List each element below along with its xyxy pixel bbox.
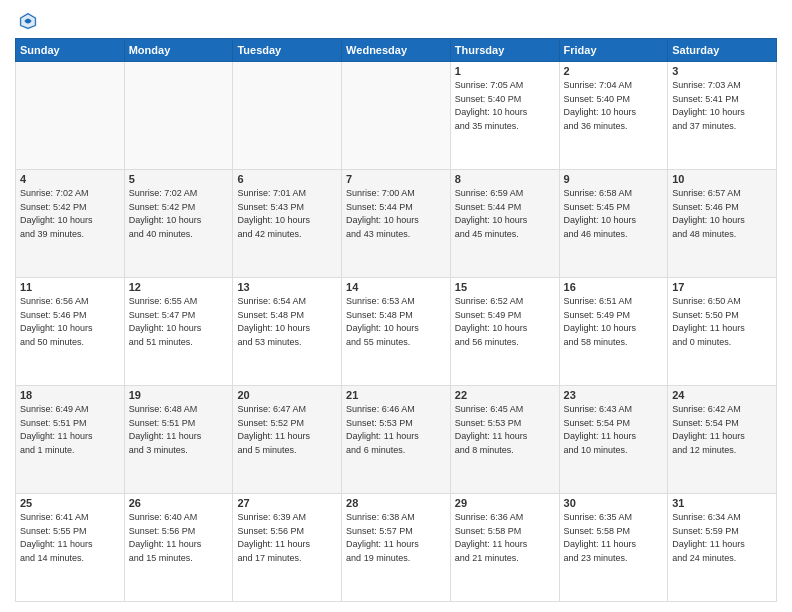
day-info: Sunrise: 6:43 AM Sunset: 5:54 PM Dayligh… (564, 403, 664, 457)
day-info: Sunrise: 6:48 AM Sunset: 5:51 PM Dayligh… (129, 403, 229, 457)
day-info: Sunrise: 6:53 AM Sunset: 5:48 PM Dayligh… (346, 295, 446, 349)
day-number: 2 (564, 65, 664, 77)
calendar-cell: 30Sunrise: 6:35 AM Sunset: 5:58 PM Dayli… (559, 494, 668, 602)
day-info: Sunrise: 7:00 AM Sunset: 5:44 PM Dayligh… (346, 187, 446, 241)
day-number: 15 (455, 281, 555, 293)
day-number: 22 (455, 389, 555, 401)
page: SundayMondayTuesdayWednesdayThursdayFrid… (0, 0, 792, 612)
day-number: 9 (564, 173, 664, 185)
calendar-cell: 25Sunrise: 6:41 AM Sunset: 5:55 PM Dayli… (16, 494, 125, 602)
day-number: 28 (346, 497, 446, 509)
day-number: 20 (237, 389, 337, 401)
calendar-cell: 24Sunrise: 6:42 AM Sunset: 5:54 PM Dayli… (668, 386, 777, 494)
day-number: 25 (20, 497, 120, 509)
day-info: Sunrise: 6:46 AM Sunset: 5:53 PM Dayligh… (346, 403, 446, 457)
day-number: 18 (20, 389, 120, 401)
calendar-cell: 23Sunrise: 6:43 AM Sunset: 5:54 PM Dayli… (559, 386, 668, 494)
day-number: 26 (129, 497, 229, 509)
day-number: 27 (237, 497, 337, 509)
calendar-cell: 6Sunrise: 7:01 AM Sunset: 5:43 PM Daylig… (233, 170, 342, 278)
day-info: Sunrise: 6:39 AM Sunset: 5:56 PM Dayligh… (237, 511, 337, 565)
logo (15, 10, 41, 32)
day-info: Sunrise: 6:57 AM Sunset: 5:46 PM Dayligh… (672, 187, 772, 241)
day-info: Sunrise: 6:38 AM Sunset: 5:57 PM Dayligh… (346, 511, 446, 565)
calendar-cell (233, 62, 342, 170)
day-info: Sunrise: 6:34 AM Sunset: 5:59 PM Dayligh… (672, 511, 772, 565)
day-info: Sunrise: 6:36 AM Sunset: 5:58 PM Dayligh… (455, 511, 555, 565)
day-info: Sunrise: 6:54 AM Sunset: 5:48 PM Dayligh… (237, 295, 337, 349)
day-info: Sunrise: 6:52 AM Sunset: 5:49 PM Dayligh… (455, 295, 555, 349)
calendar-cell (16, 62, 125, 170)
day-info: Sunrise: 6:35 AM Sunset: 5:58 PM Dayligh… (564, 511, 664, 565)
logo-icon (17, 10, 39, 32)
calendar-cell: 21Sunrise: 6:46 AM Sunset: 5:53 PM Dayli… (342, 386, 451, 494)
day-of-week-sunday: Sunday (16, 39, 125, 62)
calendar-cell: 9Sunrise: 6:58 AM Sunset: 5:45 PM Daylig… (559, 170, 668, 278)
day-info: Sunrise: 6:40 AM Sunset: 5:56 PM Dayligh… (129, 511, 229, 565)
day-info: Sunrise: 6:42 AM Sunset: 5:54 PM Dayligh… (672, 403, 772, 457)
day-info: Sunrise: 6:51 AM Sunset: 5:49 PM Dayligh… (564, 295, 664, 349)
calendar-week-2: 4Sunrise: 7:02 AM Sunset: 5:42 PM Daylig… (16, 170, 777, 278)
day-info: Sunrise: 7:02 AM Sunset: 5:42 PM Dayligh… (20, 187, 120, 241)
day-number: 4 (20, 173, 120, 185)
calendar-cell (342, 62, 451, 170)
day-number: 19 (129, 389, 229, 401)
day-info: Sunrise: 7:03 AM Sunset: 5:41 PM Dayligh… (672, 79, 772, 133)
calendar-cell: 16Sunrise: 6:51 AM Sunset: 5:49 PM Dayli… (559, 278, 668, 386)
day-number: 3 (672, 65, 772, 77)
day-info: Sunrise: 6:56 AM Sunset: 5:46 PM Dayligh… (20, 295, 120, 349)
day-number: 10 (672, 173, 772, 185)
day-info: Sunrise: 7:02 AM Sunset: 5:42 PM Dayligh… (129, 187, 229, 241)
calendar-cell: 5Sunrise: 7:02 AM Sunset: 5:42 PM Daylig… (124, 170, 233, 278)
calendar-header-row: SundayMondayTuesdayWednesdayThursdayFrid… (16, 39, 777, 62)
day-number: 16 (564, 281, 664, 293)
day-number: 12 (129, 281, 229, 293)
day-info: Sunrise: 6:49 AM Sunset: 5:51 PM Dayligh… (20, 403, 120, 457)
day-of-week-monday: Monday (124, 39, 233, 62)
day-info: Sunrise: 6:50 AM Sunset: 5:50 PM Dayligh… (672, 295, 772, 349)
day-number: 30 (564, 497, 664, 509)
calendar: SundayMondayTuesdayWednesdayThursdayFrid… (15, 38, 777, 602)
day-of-week-friday: Friday (559, 39, 668, 62)
day-info: Sunrise: 6:47 AM Sunset: 5:52 PM Dayligh… (237, 403, 337, 457)
calendar-cell: 18Sunrise: 6:49 AM Sunset: 5:51 PM Dayli… (16, 386, 125, 494)
calendar-cell: 20Sunrise: 6:47 AM Sunset: 5:52 PM Dayli… (233, 386, 342, 494)
day-number: 7 (346, 173, 446, 185)
calendar-cell: 29Sunrise: 6:36 AM Sunset: 5:58 PM Dayli… (450, 494, 559, 602)
day-number: 17 (672, 281, 772, 293)
calendar-cell: 15Sunrise: 6:52 AM Sunset: 5:49 PM Dayli… (450, 278, 559, 386)
calendar-cell: 17Sunrise: 6:50 AM Sunset: 5:50 PM Dayli… (668, 278, 777, 386)
day-info: Sunrise: 6:55 AM Sunset: 5:47 PM Dayligh… (129, 295, 229, 349)
calendar-cell: 28Sunrise: 6:38 AM Sunset: 5:57 PM Dayli… (342, 494, 451, 602)
day-number: 1 (455, 65, 555, 77)
calendar-cell: 2Sunrise: 7:04 AM Sunset: 5:40 PM Daylig… (559, 62, 668, 170)
calendar-week-1: 1Sunrise: 7:05 AM Sunset: 5:40 PM Daylig… (16, 62, 777, 170)
calendar-cell: 19Sunrise: 6:48 AM Sunset: 5:51 PM Dayli… (124, 386, 233, 494)
day-info: Sunrise: 6:58 AM Sunset: 5:45 PM Dayligh… (564, 187, 664, 241)
day-info: Sunrise: 6:45 AM Sunset: 5:53 PM Dayligh… (455, 403, 555, 457)
calendar-week-4: 18Sunrise: 6:49 AM Sunset: 5:51 PM Dayli… (16, 386, 777, 494)
calendar-week-5: 25Sunrise: 6:41 AM Sunset: 5:55 PM Dayli… (16, 494, 777, 602)
day-number: 5 (129, 173, 229, 185)
day-number: 29 (455, 497, 555, 509)
day-number: 23 (564, 389, 664, 401)
day-number: 13 (237, 281, 337, 293)
calendar-cell: 11Sunrise: 6:56 AM Sunset: 5:46 PM Dayli… (16, 278, 125, 386)
day-number: 24 (672, 389, 772, 401)
calendar-cell: 13Sunrise: 6:54 AM Sunset: 5:48 PM Dayli… (233, 278, 342, 386)
day-info: Sunrise: 6:41 AM Sunset: 5:55 PM Dayligh… (20, 511, 120, 565)
day-of-week-thursday: Thursday (450, 39, 559, 62)
calendar-cell: 31Sunrise: 6:34 AM Sunset: 5:59 PM Dayli… (668, 494, 777, 602)
day-info: Sunrise: 7:04 AM Sunset: 5:40 PM Dayligh… (564, 79, 664, 133)
calendar-cell: 26Sunrise: 6:40 AM Sunset: 5:56 PM Dayli… (124, 494, 233, 602)
day-number: 8 (455, 173, 555, 185)
day-info: Sunrise: 6:59 AM Sunset: 5:44 PM Dayligh… (455, 187, 555, 241)
calendar-cell (124, 62, 233, 170)
day-of-week-tuesday: Tuesday (233, 39, 342, 62)
day-of-week-wednesday: Wednesday (342, 39, 451, 62)
calendar-cell: 8Sunrise: 6:59 AM Sunset: 5:44 PM Daylig… (450, 170, 559, 278)
day-number: 31 (672, 497, 772, 509)
day-of-week-saturday: Saturday (668, 39, 777, 62)
day-info: Sunrise: 7:05 AM Sunset: 5:40 PM Dayligh… (455, 79, 555, 133)
calendar-cell: 3Sunrise: 7:03 AM Sunset: 5:41 PM Daylig… (668, 62, 777, 170)
